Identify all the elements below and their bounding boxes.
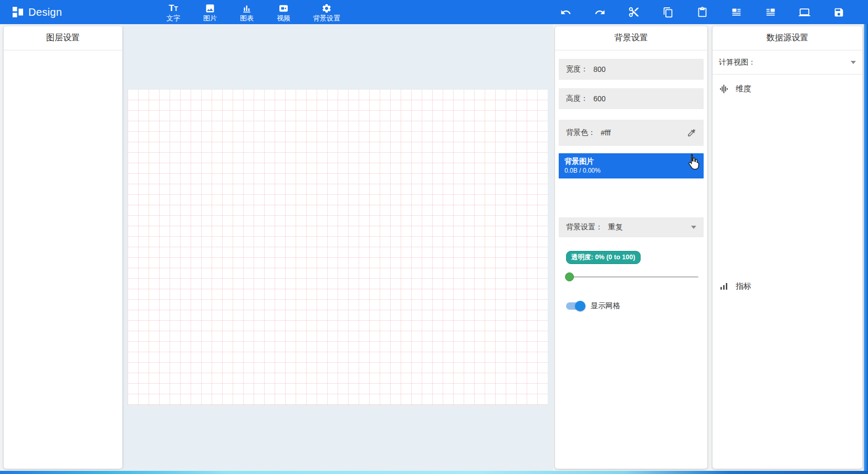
- show-grid-label: 显示网格: [591, 301, 620, 311]
- preview-device-icon[interactable]: [799, 6, 810, 18]
- tool-image[interactable]: 图片: [203, 2, 217, 22]
- canvas-workspace[interactable]: [122, 23, 553, 471]
- background-repeat-label: 背景设置：: [566, 223, 603, 232]
- app-logo-icon: [13, 7, 23, 17]
- show-grid-toggle[interactable]: [566, 302, 584, 310]
- redo-icon[interactable]: [594, 6, 605, 18]
- calc-view-select[interactable]: 计算视图：: [713, 50, 862, 75]
- design-canvas[interactable]: [128, 90, 548, 405]
- save-icon[interactable]: [833, 6, 844, 18]
- tool-chart[interactable]: 图表: [239, 2, 254, 22]
- tool-video[interactable]: 视频: [276, 2, 291, 22]
- dimension-item[interactable]: 维度: [719, 84, 862, 94]
- background-color-field[interactable]: 背景色： #fff: [559, 120, 704, 146]
- dimension-icon: [719, 84, 729, 94]
- dimension-drop-zone[interactable]: 维度: [713, 75, 862, 272]
- metric-label: 指标: [736, 281, 751, 291]
- dimension-label: 维度: [736, 84, 751, 94]
- chart-icon: [242, 2, 252, 14]
- layers-panel: 图层设置: [4, 26, 122, 469]
- insert-tools: TT 文字 图片 图表: [166, 0, 340, 24]
- chevron-down-icon: [691, 226, 696, 229]
- undo-icon[interactable]: [560, 6, 571, 18]
- width-value: 800: [593, 65, 605, 73]
- height-value: 600: [593, 94, 605, 103]
- background-repeat-select[interactable]: 背景设置： 重复: [559, 217, 704, 237]
- opacity-slider-track[interactable]: [565, 276, 698, 278]
- window-bottom-edge: [0, 471, 868, 474]
- brand: Design: [13, 0, 62, 24]
- calc-view-label: 计算视图：: [719, 58, 756, 67]
- opacity-slider-thumb[interactable]: [565, 272, 574, 281]
- metric-item[interactable]: 指标: [719, 281, 862, 291]
- app-title: Design: [28, 6, 62, 18]
- text-icon: TT: [169, 2, 178, 14]
- paste-icon[interactable]: [696, 6, 708, 18]
- background-panel: 背景设置 宽度： 800 高度： 600 背景色： #fff 背景图片 0.0B…: [555, 26, 707, 469]
- height-label: 高度：: [566, 94, 588, 103]
- background-color-label: 背景色：: [566, 128, 595, 138]
- copy-icon[interactable]: [662, 6, 674, 18]
- metric-icon: [719, 281, 729, 291]
- height-field[interactable]: 高度： 600: [559, 88, 704, 109]
- tool-text[interactable]: TT 文字: [166, 2, 181, 22]
- opacity-badge: 透明度: 0% (0 to 100): [566, 251, 641, 264]
- cut-icon[interactable]: [628, 6, 640, 18]
- background-image-progress: 0.0B / 0.00%: [564, 167, 698, 175]
- top-toolbar: Design TT 文字 图片 图表: [0, 0, 868, 24]
- background-image-upload[interactable]: 背景图片 0.0B / 0.00%: [559, 153, 704, 178]
- settings-gear-icon: [321, 2, 332, 14]
- eyedropper-icon[interactable]: [687, 128, 696, 138]
- tool-background-settings[interactable]: 背景设置: [313, 2, 340, 22]
- background-repeat-value: 重复: [608, 223, 623, 232]
- datasource-panel-title: 数据源设置: [713, 26, 862, 50]
- metric-drop-zone[interactable]: 指标: [713, 272, 862, 469]
- window-right-edge: [864, 23, 868, 474]
- width-label: 宽度：: [566, 65, 588, 74]
- chevron-down-icon: [851, 61, 856, 64]
- background-color-value: #fff: [601, 129, 611, 137]
- width-field[interactable]: 宽度： 800: [559, 59, 704, 80]
- video-icon: [278, 2, 289, 14]
- edit-actions: [560, 0, 844, 24]
- wrap-left-icon[interactable]: [730, 6, 742, 18]
- background-image-label: 背景图片: [564, 157, 698, 166]
- opacity-slider[interactable]: [565, 272, 698, 281]
- image-icon: [205, 2, 215, 14]
- datasource-panel: 数据源设置 计算视图： 维度 指标: [713, 26, 862, 469]
- background-panel-title: 背景设置: [555, 26, 707, 50]
- layers-panel-title: 图层设置: [4, 26, 122, 50]
- wrap-right-icon[interactable]: [765, 6, 776, 18]
